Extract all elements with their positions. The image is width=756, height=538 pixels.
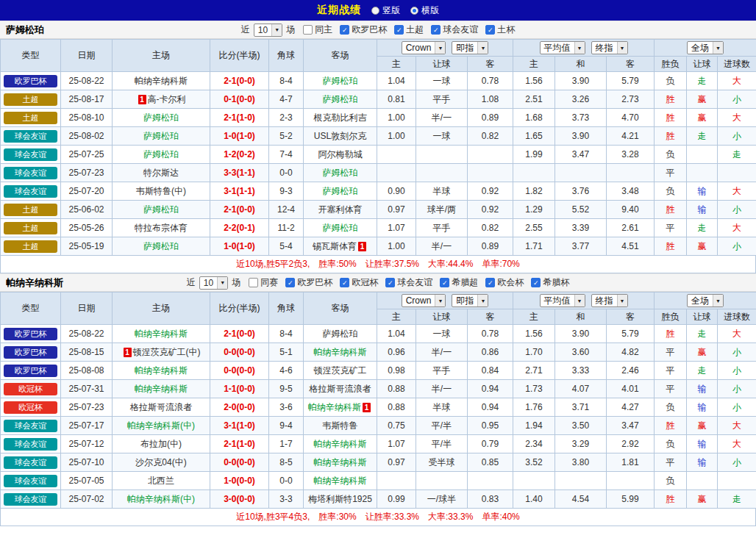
home-team-cell: 格拉斯哥流浪者	[113, 398, 210, 417]
avg-away-cell: 5.99	[607, 490, 655, 509]
summary-stat: 单率:70%	[482, 258, 519, 270]
match-row: 土超25-06-02萨姆松珀2-1(0-0)12-4开塞利体育0.97球半/两0…	[1, 201, 756, 219]
odds-time-select[interactable]: 即指▼	[452, 294, 488, 307]
filter-checkbox[interactable]: ✓土超	[394, 24, 424, 36]
league-cell: 欧冠杯	[1, 398, 61, 417]
summary-stat: 近10场,胜3平4负3,	[236, 511, 310, 523]
away-team-name: USL敦刻尔克	[314, 131, 366, 141]
odds-home-cell	[377, 472, 416, 490]
odds-handicap-cell: 一/球半	[416, 490, 468, 509]
chevron-down-icon: ▼	[477, 42, 488, 54]
away-team-cell: 萨姆松珀	[304, 182, 377, 201]
checkbox-unchecked-icon	[249, 278, 258, 287]
checkbox-checked-icon: ✓	[385, 278, 395, 287]
score-cell: 0-0(0-0)	[210, 453, 269, 472]
avg-source-select[interactable]: 平均值▼	[540, 41, 585, 54]
odds-handicap-cell: 平手	[416, 362, 468, 380]
league-badge: 土超	[4, 93, 57, 106]
home-team-cell: 帕纳辛纳科斯	[113, 362, 210, 380]
final-odds-select[interactable]: 终指▼	[591, 294, 628, 307]
checkbox-label: 希腊杯	[543, 276, 569, 289]
home-team-cell: 帕纳辛纳科斯(中)	[113, 417, 210, 435]
scope-select[interactable]: 全场▼	[687, 41, 724, 54]
filter-checkbox[interactable]: 同赛	[249, 276, 278, 289]
handicap-result-cell: 赢	[687, 490, 718, 509]
scope-select[interactable]: 全场▼	[687, 294, 724, 307]
league-badge: 土超	[4, 204, 57, 216]
match-result-cell: 胜	[655, 127, 687, 146]
odds-home-cell: 1.04	[377, 325, 416, 343]
filter-checkbox[interactable]: ✓欧罗巴杯	[285, 276, 332, 289]
filter-checkbox[interactable]: ✓土杯	[485, 24, 515, 36]
odds-home-cell: 1.04	[377, 72, 416, 90]
odds-handicap-cell: 平手	[416, 90, 468, 109]
filter-checkbox[interactable]: ✓球会友谊	[385, 276, 432, 289]
avg-away-cell: 4.82	[607, 343, 655, 362]
avg-home-cell: 1.94	[513, 417, 555, 435]
goals-result-cell	[718, 164, 756, 182]
checkbox-checked-icon: ✓	[431, 25, 441, 35]
home-team-name: 帕纳辛纳科斯	[135, 76, 188, 86]
match-count-select[interactable]: 10▼	[199, 276, 228, 290]
layout-horizontal-radio[interactable]: 横版	[410, 4, 439, 17]
odds-handicap-cell	[416, 146, 468, 164]
handicap-result-cell: 赢	[687, 90, 718, 109]
odds-away-cell: 0.92	[468, 201, 513, 219]
scope-controls-cell: 全场▼	[655, 293, 756, 309]
final-odds-select[interactable]: 终指▼	[591, 41, 628, 54]
date-cell: 25-07-02	[61, 490, 113, 509]
odds-handicap-cell: 平手	[416, 219, 468, 237]
match-count-select[interactable]: 10▼	[254, 24, 282, 37]
odds-home-cell: 0.97	[377, 453, 416, 472]
filter-bar: 近 10▼ 场 同主✓欧罗巴杯✓土超✓球会友谊✓土杯	[241, 24, 515, 37]
odds-handicap-cell: 半球	[416, 182, 468, 201]
score-cell: 2-1(0-0)	[210, 72, 269, 90]
handicap-result-cell: 走	[687, 362, 718, 380]
home-team-name: 特拉布宗体育	[135, 223, 188, 233]
odds-source-select[interactable]: Crown▼	[402, 294, 446, 307]
home-team-cell: 帕纳辛纳科斯	[113, 72, 210, 90]
handicap-result-cell: 赢	[687, 343, 718, 362]
match-row: 欧罗巴杯25-08-151顿涅茨克矿工(中)0-0(0-0)5-1帕纳辛纳科斯0…	[1, 343, 756, 362]
avg-draw-cell: 3.90	[555, 72, 607, 90]
odds-source-select[interactable]: Crown▼	[402, 41, 446, 54]
odds-home-cell: 0.97	[377, 201, 416, 219]
summary-stat: 单率:40%	[482, 511, 519, 523]
avg-draw-cell: 3.26	[555, 90, 607, 109]
odds-time-select[interactable]: 即指▼	[452, 41, 488, 54]
home-team-cell: 帕纳辛纳科斯(中)	[113, 490, 210, 509]
avg-source-select[interactable]: 平均值▼	[540, 294, 585, 307]
avg-draw-cell: 3.29	[555, 435, 607, 453]
filter-checkbox[interactable]: ✓希腊超	[440, 276, 478, 289]
handicap-result-cell: 走	[687, 72, 718, 90]
league-cell: 欧罗巴杯	[1, 72, 61, 90]
filter-checkbox[interactable]: 同主	[303, 24, 332, 36]
filter-checkbox[interactable]: ✓欧会杯	[485, 276, 524, 289]
away-team-cell: 顿涅茨克矿工	[304, 362, 377, 380]
handicap-result-cell: 赢	[687, 109, 718, 127]
filter-checkbox[interactable]: ✓球会友谊	[431, 24, 478, 36]
layout-vertical-radio[interactable]: 竖版	[371, 4, 400, 17]
odds-handicap-cell: 一球	[416, 325, 468, 343]
col-avg-away: 客	[607, 57, 655, 72]
col-corner: 角球	[269, 293, 304, 325]
match-result-cell: 平	[655, 219, 687, 237]
odds-away-cell: 0.79	[468, 435, 513, 453]
avg-draw-cell: 3.39	[555, 219, 607, 237]
filter-checkbox[interactable]: ✓欧冠杯	[340, 276, 378, 289]
home-team-name: 萨姆松珀	[143, 241, 179, 251]
league-cell: 球会友谊	[1, 164, 61, 182]
red-card-icon: 1	[124, 348, 132, 357]
date-cell: 25-08-02	[61, 127, 113, 146]
goals-result-cell: 小	[718, 453, 756, 472]
date-cell: 25-06-02	[61, 201, 113, 219]
league-cell: 欧罗巴杯	[1, 325, 61, 343]
match-result-cell: 平	[655, 164, 687, 182]
score-cell: 1-0(1-0)	[210, 127, 269, 146]
filter-checkbox[interactable]: ✓希腊杯	[531, 276, 569, 289]
away-team-cell: 萨姆松珀	[304, 325, 377, 343]
goals-result-cell: 大	[718, 219, 756, 237]
filter-checkbox[interactable]: ✓欧罗巴杯	[340, 24, 387, 36]
avg-away-cell: 2.73	[607, 90, 655, 109]
avg-away-cell: 2.92	[607, 435, 655, 453]
